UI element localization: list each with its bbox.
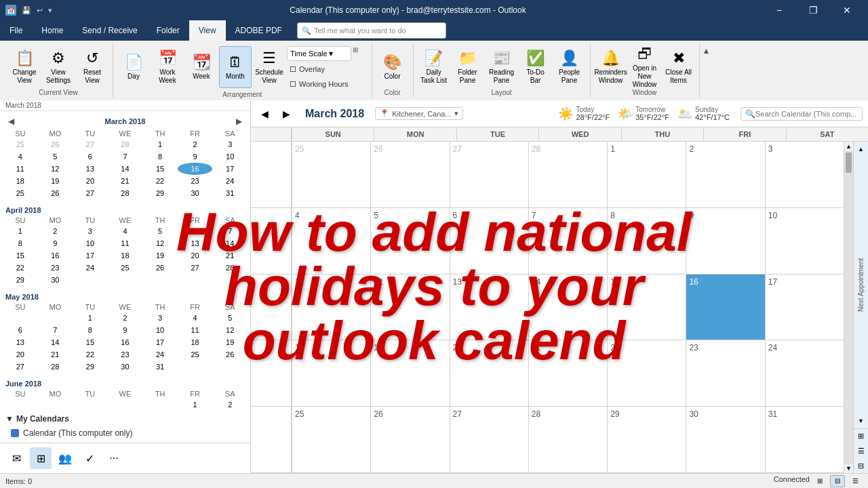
calendar-day-16[interactable]: 16 <box>686 274 764 340</box>
list-item[interactable]: 16 <box>108 336 143 348</box>
list-item[interactable]: 7 <box>38 324 73 336</box>
calendar-day-1[interactable]: 1 <box>607 142 686 207</box>
list-item[interactable]: 8 <box>3 237 38 249</box>
list-item[interactable]: 17 <box>73 249 108 262</box>
list-item[interactable]: 6 <box>73 150 108 163</box>
overlay-button[interactable]: ☐ Overlay <box>287 62 351 76</box>
nav-calendar-button[interactable]: ⊞ <box>30 447 52 469</box>
list-item[interactable]: 5 <box>212 312 248 324</box>
list-item[interactable]: 12 <box>142 237 178 249</box>
day-view-button[interactable]: 📄 Day <box>117 46 150 88</box>
list-item[interactable]: 30 <box>38 274 73 286</box>
list-item[interactable]: 18 <box>108 249 143 262</box>
list-item[interactable]: 4 <box>3 150 38 163</box>
time-scale-dropdown[interactable]: Time Scale ▾ <box>287 46 351 61</box>
list-item[interactable]: 17 <box>212 163 248 175</box>
list-item[interactable]: 5 <box>38 150 73 163</box>
calendar-day-21[interactable]: 21 <box>528 340 607 406</box>
list-item[interactable] <box>178 361 213 373</box>
list-item[interactable]: 13 <box>3 336 38 348</box>
list-item[interactable]: 27 <box>3 361 38 373</box>
working-hours-button[interactable]: ☐ Working Hours <box>287 77 351 91</box>
list-item[interactable]: 21 <box>108 175 143 187</box>
calendar-day-15[interactable]: 15 <box>607 274 686 340</box>
list-item[interactable]: 19 <box>212 336 248 348</box>
list-item[interactable]: 24 <box>142 348 178 361</box>
list-item[interactable]: 28 <box>108 187 143 199</box>
list-item[interactable]: 26 <box>142 262 178 274</box>
calendar-day-20[interactable]: 20 <box>450 340 528 406</box>
list-item[interactable]: 11 <box>108 237 143 249</box>
list-item[interactable]: 28 <box>108 138 143 150</box>
tab-folder[interactable]: Folder <box>147 20 189 41</box>
minimize-button[interactable]: − <box>764 0 795 20</box>
list-item[interactable]: 25 <box>3 138 38 150</box>
list-item[interactable] <box>212 274 248 286</box>
list-item[interactable] <box>38 312 73 324</box>
list-item[interactable]: 1 <box>142 138 178 150</box>
tell-me-bar[interactable]: 🔍 Tell me what you want to do <box>297 22 446 39</box>
nav-mail-button[interactable]: ✉ <box>5 447 27 469</box>
close-button[interactable]: ✕ <box>831 0 863 20</box>
list-item[interactable]: 22 <box>73 348 108 361</box>
folder-pane-button[interactable]: 📁 Folder Pane <box>452 46 484 88</box>
scroll-up-button[interactable]: ▲ <box>844 142 853 151</box>
list-item[interactable]: 4 <box>178 312 213 324</box>
list-item[interactable]: 2 <box>212 399 248 409</box>
list-item[interactable]: 10 <box>73 237 108 249</box>
list-item[interactable]: 15 <box>142 163 178 175</box>
list-item[interactable]: 16 <box>38 249 73 262</box>
list-item[interactable]: 23 <box>178 175 213 187</box>
list-item[interactable]: 25 <box>3 187 38 199</box>
list-item[interactable]: 25 <box>108 262 143 274</box>
list-item[interactable]: 13 <box>73 163 108 175</box>
list-item[interactable]: 18 <box>3 175 38 187</box>
list-item[interactable]: 14 <box>38 336 73 348</box>
status-view-2[interactable]: ⊟ <box>830 475 845 487</box>
panel-icon-2[interactable]: ☰ <box>854 443 868 458</box>
list-item[interactable]: 11 <box>178 324 213 336</box>
list-item[interactable]: 9 <box>108 324 143 336</box>
calendar-day-10[interactable]: 10 <box>765 208 844 274</box>
list-item[interactable]: 30 <box>108 361 143 373</box>
list-item[interactable] <box>108 399 143 409</box>
list-item[interactable]: 2 <box>38 225 73 237</box>
list-item[interactable] <box>3 399 38 409</box>
tab-adobe-pdf[interactable]: ADOBE PDF <box>226 20 292 41</box>
list-item[interactable] <box>142 274 178 286</box>
list-item[interactable]: 29 <box>142 187 178 199</box>
quick-access-save[interactable]: 💾 <box>22 6 31 15</box>
list-item[interactable]: 8 <box>142 150 178 163</box>
list-item[interactable]: 2 <box>178 138 213 150</box>
calendar-day-4[interactable]: 4 <box>292 208 370 274</box>
next-month-button[interactable]: ▶ <box>233 115 245 127</box>
panel-icon-1[interactable]: ⊞ <box>854 428 868 443</box>
list-item[interactable]: 31 <box>142 361 178 373</box>
list-item[interactable]: 23 <box>108 348 143 361</box>
list-item[interactable]: 21 <box>38 348 73 361</box>
calendar-day-31[interactable]: 31 <box>765 407 844 472</box>
list-item[interactable]: 26 <box>38 187 73 199</box>
calendar-day-25[interactable]: 25 <box>292 407 370 472</box>
list-item[interactable] <box>73 399 108 409</box>
list-item[interactable]: 27 <box>178 262 213 274</box>
calendar-day-19[interactable]: 19 <box>370 340 449 406</box>
calendar-day-6[interactable]: 6 <box>450 208 528 274</box>
calendar-day-24[interactable]: 24 <box>765 340 844 406</box>
list-item[interactable]: 3 <box>212 138 248 150</box>
list-item[interactable]: 3 <box>142 312 178 324</box>
reading-pane-button[interactable]: 📰 Reading Pane <box>486 46 518 88</box>
my-calendars-header[interactable]: ▼ My Calendars <box>5 411 245 426</box>
list-item[interactable]: 19 <box>38 175 73 187</box>
list-item[interactable]: 18 <box>178 336 213 348</box>
nav-tasks-button[interactable]: ✓ <box>79 447 100 469</box>
list-item[interactable]: 15 <box>73 336 108 348</box>
list-item[interactable]: 2 <box>108 312 143 324</box>
list-item[interactable]: 22 <box>3 262 38 274</box>
calendar-day-5[interactable]: 5 <box>370 208 449 274</box>
list-item[interactable]: 20 <box>73 175 108 187</box>
close-all-items-button[interactable]: ✖ Close All Items <box>663 46 695 88</box>
list-item[interactable]: 28 <box>212 262 248 274</box>
list-item[interactable]: 3 <box>73 225 108 237</box>
calendar-day-12[interactable]: 12 <box>370 274 449 340</box>
